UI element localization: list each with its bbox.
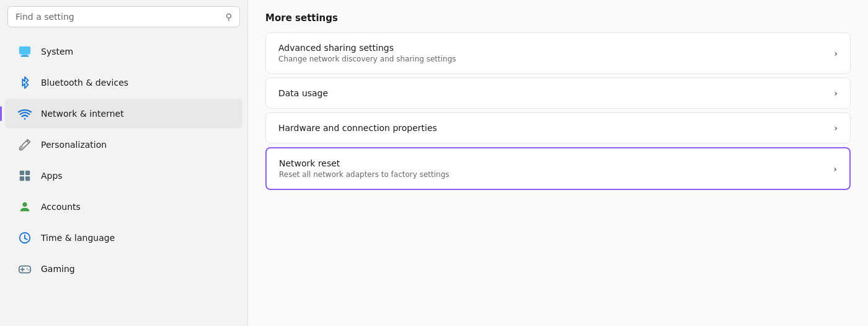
sidebar: ⚲ System Bluetooth & devices [0, 0, 248, 326]
setting-content-network-reset: Network reset Reset all network adapters… [279, 158, 450, 179]
sidebar-item-bluetooth[interactable]: Bluetooth & devices [5, 68, 242, 97]
sidebar-item-time[interactable]: Time & language [5, 223, 242, 253]
setting-title-hardware: Hardware and connection properties [278, 123, 437, 133]
nav-list: System Bluetooth & devices Network & [0, 34, 247, 326]
bluetooth-icon [17, 75, 32, 90]
setting-title-data-usage: Data usage [278, 88, 328, 98]
setting-item-advanced-sharing[interactable]: Advanced sharing settings Change network… [265, 32, 851, 74]
search-box[interactable]: ⚲ [7, 6, 240, 27]
sidebar-item-label-apps: Apps [41, 171, 63, 181]
svg-point-17 [28, 269, 29, 271]
setting-title-advanced-sharing: Advanced sharing settings [278, 43, 456, 53]
chevron-icon-advanced-sharing: › [834, 48, 838, 58]
search-container: ⚲ [0, 0, 247, 34]
svg-point-16 [27, 268, 28, 269]
svg-rect-8 [25, 176, 30, 181]
network-icon [17, 106, 32, 121]
setting-content-data-usage: Data usage [278, 88, 328, 98]
svg-rect-6 [25, 171, 30, 175]
setting-content-advanced-sharing: Advanced sharing settings Change network… [278, 43, 456, 63]
time-icon [17, 230, 32, 245]
search-icon: ⚲ [226, 12, 232, 22]
chevron-icon-data-usage: › [834, 88, 838, 98]
svg-rect-0 [19, 47, 30, 55]
sidebar-item-label-accounts: Accounts [41, 202, 81, 212]
setting-desc-advanced-sharing: Change network discovery and sharing set… [278, 55, 456, 63]
svg-rect-7 [20, 176, 24, 181]
svg-rect-2 [21, 55, 29, 57]
sidebar-item-label-personalization: Personalization [41, 140, 107, 150]
svg-rect-1 [22, 55, 27, 56]
settings-list: Advanced sharing settings Change network… [265, 32, 851, 190]
apps-icon [17, 168, 32, 183]
setting-title-network-reset: Network reset [279, 158, 450, 168]
sidebar-item-label-time: Time & language [41, 233, 115, 243]
setting-item-hardware[interactable]: Hardware and connection properties › [265, 112, 851, 143]
setting-desc-network-reset: Reset all network adapters to factory se… [279, 170, 450, 179]
sidebar-item-gaming[interactable]: Gaming [5, 254, 242, 284]
sidebar-item-label-bluetooth: Bluetooth & devices [41, 78, 128, 88]
svg-point-9 [22, 202, 27, 207]
svg-point-3 [24, 118, 26, 120]
sidebar-item-personalization[interactable]: Personalization [5, 130, 242, 160]
system-icon [17, 44, 32, 59]
main-content: More settings Advanced sharing settings … [248, 0, 868, 326]
gaming-icon [17, 261, 32, 276]
sidebar-item-accounts[interactable]: Accounts [5, 192, 242, 222]
personalization-icon [17, 137, 32, 152]
svg-line-12 [25, 238, 27, 240]
setting-content-hardware: Hardware and connection properties [278, 123, 437, 133]
accounts-icon [17, 199, 32, 214]
svg-rect-5 [20, 171, 24, 175]
sidebar-item-label-network: Network & internet [41, 109, 124, 119]
chevron-icon-network-reset: › [833, 164, 837, 174]
sidebar-item-label-gaming: Gaming [41, 264, 75, 274]
sidebar-item-network[interactable]: Network & internet [5, 99, 242, 129]
sidebar-item-system[interactable]: System [5, 37, 242, 66]
sidebar-item-label-system: System [41, 47, 73, 57]
section-title: More settings [265, 0, 851, 32]
sidebar-item-apps[interactable]: Apps [5, 161, 242, 191]
search-input[interactable] [16, 12, 221, 22]
chevron-icon-hardware: › [834, 123, 838, 133]
setting-item-network-reset[interactable]: Network reset Reset all network adapters… [265, 147, 851, 190]
setting-item-data-usage[interactable]: Data usage › [265, 78, 851, 109]
